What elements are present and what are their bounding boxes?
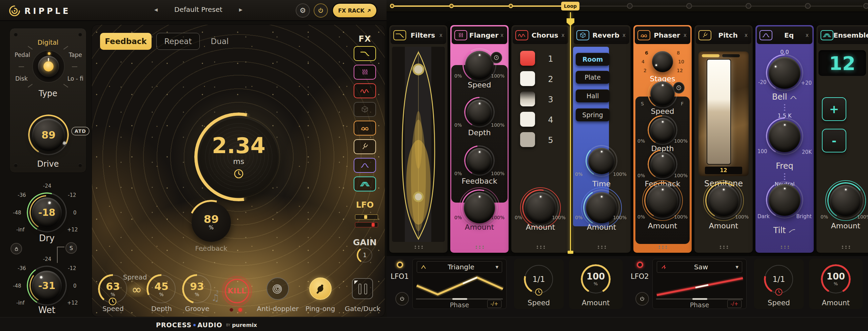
lock-button[interactable] — [11, 243, 22, 254]
phaser-speed-knob[interactable] — [650, 81, 675, 106]
lfo1-amount-knob[interactable]: 100 % — [581, 265, 610, 293]
gain-knob[interactable]: 1 — [357, 248, 372, 263]
fx-filter-button[interactable] — [354, 46, 376, 61]
type-option-disk[interactable]: Disk — [15, 75, 28, 82]
close-icon[interactable]: x — [623, 32, 626, 38]
drag-handle[interactable] — [536, 245, 545, 249]
reverb-mode-spring[interactable]: Spring — [576, 108, 610, 121]
wet-knob[interactable]: -31 — [32, 271, 62, 301]
close-icon[interactable]: x — [561, 32, 565, 38]
lfo1-wave-selector[interactable]: Triangle ▼ — [417, 261, 502, 273]
phaser-chip[interactable] — [637, 30, 650, 40]
flanger-speed-knob[interactable] — [465, 51, 494, 79]
spread-toggle[interactable]: ∞ — [126, 282, 147, 297]
ensemble-decrease-button[interactable]: - — [822, 129, 846, 152]
mod-depth-dial[interactable]: 45% — [147, 275, 176, 303]
type-option-tape[interactable]: Tape — [69, 51, 82, 58]
chorus-slot-4[interactable] — [520, 112, 535, 127]
filter-display[interactable] — [392, 47, 445, 242]
drive-knob[interactable]: 89 — [32, 119, 65, 151]
tab-feedback[interactable]: Feedback — [100, 33, 152, 50]
kill-button[interactable]: KILL — [222, 276, 252, 306]
settings-button[interactable]: ⚙ — [296, 3, 310, 18]
lfo2-amount-knob[interactable]: 100 % — [822, 265, 850, 293]
timeline-node[interactable] — [806, 4, 810, 8]
close-icon[interactable]: x — [806, 32, 809, 38]
mod-speed-dial[interactable]: 63% — [99, 275, 127, 303]
pitch-amount-knob[interactable] — [708, 185, 739, 216]
reverb-mode-room[interactable]: Room — [576, 53, 610, 66]
pitch-up-toggle[interactable] — [702, 54, 719, 57]
fx-reverb-button[interactable] — [354, 102, 376, 117]
power-button[interactable] — [314, 3, 328, 18]
anti-doppler-toggle[interactable] — [267, 277, 289, 300]
eq-bell-knob[interactable] — [769, 57, 801, 89]
preset-prev-button[interactable]: ◀ — [154, 7, 158, 12]
timeline-node[interactable] — [509, 4, 513, 8]
filter-node-high[interactable] — [413, 64, 423, 75]
drag-handle[interactable] — [414, 245, 423, 249]
chorus-slot-1[interactable] — [520, 51, 535, 66]
lfo2-phase-handle[interactable] — [692, 298, 707, 300]
timeline-node[interactable] — [746, 4, 751, 8]
lfo1-speed-knob[interactable]: 1/1 — [525, 265, 553, 293]
phaser-speed-sync[interactable] — [673, 82, 685, 94]
dry-knob[interactable]: -18 — [32, 198, 62, 227]
reverb-mode-plate[interactable]: Plate — [576, 71, 610, 84]
type-selector-knob[interactable] — [32, 50, 65, 83]
drag-handle[interactable] — [475, 245, 484, 249]
semitone-slider[interactable] — [707, 59, 731, 165]
flanger-amount-knob[interactable] — [464, 192, 495, 223]
lfo2-speed-knob[interactable]: 1/1 — [765, 265, 793, 293]
chorus-slot-2[interactable] — [520, 71, 535, 86]
delay-time-dial[interactable]: 2.34 ms — [199, 117, 278, 196]
ensemble-increase-button[interactable]: + — [822, 97, 846, 121]
gate-duck-toggle[interactable] — [352, 278, 373, 299]
close-icon[interactable]: x — [500, 32, 504, 38]
eq-freq-knob[interactable] — [769, 120, 801, 152]
chorus-slot-5[interactable] — [520, 132, 535, 147]
chorus-chip[interactable] — [515, 30, 528, 40]
flanger-depth-knob[interactable] — [467, 100, 492, 125]
chorus-slot-3[interactable] — [520, 91, 535, 106]
ensemble-amount-knob[interactable] — [830, 185, 861, 216]
tab-repeat[interactable]: Repeat — [156, 33, 200, 50]
drag-handle[interactable] — [841, 245, 850, 249]
pitch-down-toggle[interactable] — [722, 54, 740, 57]
fx-chorus-button[interactable] — [354, 83, 376, 98]
reverb-mode-hall[interactable]: Hall — [576, 89, 610, 102]
reverb-chip[interactable] — [576, 30, 589, 40]
fx-eq-button[interactable] — [354, 158, 376, 173]
playhead-bottom-marker[interactable] — [568, 251, 573, 254]
timeline-node[interactable] — [864, 4, 868, 8]
eq-chip[interactable] — [760, 30, 772, 40]
filter-node-low[interactable] — [414, 192, 423, 201]
phaser-feedback-knob[interactable] — [650, 152, 675, 177]
chorus-amount-knob[interactable] — [525, 192, 556, 223]
phaser-depth-knob[interactable] — [650, 118, 675, 142]
solo-button[interactable]: S — [65, 242, 77, 254]
lfo1-polarity-button[interactable]: -/+ — [487, 300, 501, 308]
flanger-feedback-knob[interactable] — [467, 148, 492, 173]
feedback-dial[interactable]: 89 % — [192, 203, 231, 242]
tab-dual[interactable]: Dual — [205, 33, 234, 50]
timeline-node[interactable] — [687, 4, 691, 8]
drag-handle[interactable] — [597, 245, 606, 249]
preset-next-button[interactable]: ▶ — [239, 7, 242, 12]
timeline-node[interactable] — [390, 4, 394, 8]
phaser-amount-knob[interactable] — [647, 185, 678, 216]
lfo2-amount-slider[interactable] — [355, 222, 378, 227]
drag-handle[interactable] — [719, 245, 728, 249]
timeline-node[interactable] — [449, 4, 454, 8]
phaser-stages-knob[interactable] — [652, 51, 673, 72]
ensemble-chip[interactable] — [821, 30, 833, 40]
fx-flanger-button[interactable] — [354, 65, 376, 80]
lfo1-amount-slider[interactable] — [355, 214, 378, 220]
filters-chip[interactable] — [393, 30, 406, 40]
preset-name[interactable]: Default Preset — [174, 5, 222, 14]
close-icon[interactable]: x — [684, 32, 687, 38]
type-option-pedal[interactable]: Pedal — [15, 51, 30, 58]
lfo2-power-button[interactable] — [635, 292, 649, 306]
type-option-lofi[interactable]: Lo - fi — [67, 75, 83, 82]
fx-pitch-button[interactable] — [354, 139, 376, 154]
